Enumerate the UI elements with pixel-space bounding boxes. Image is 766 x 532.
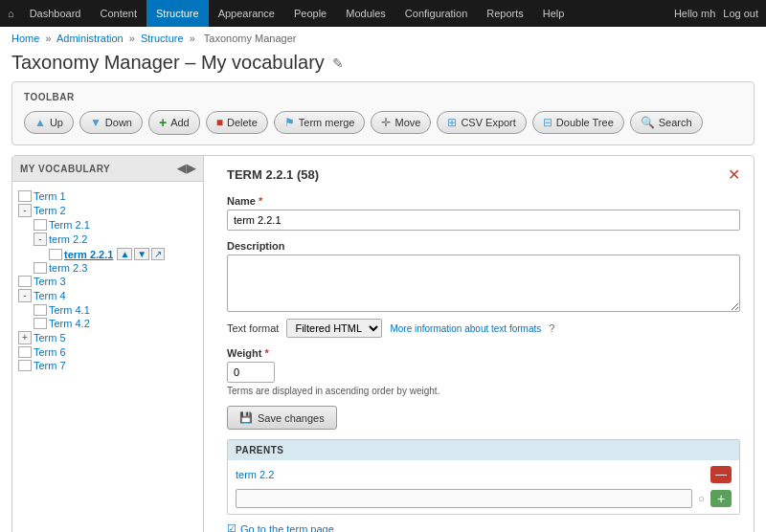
list-item: Term 4.2	[16, 317, 199, 330]
add-label: Add	[170, 117, 190, 128]
right-panel-header: TERM 2.2.1 (58) ✕	[227, 166, 740, 184]
save-icon: 💾	[239, 411, 253, 424]
nav-item-dashboard[interactable]: Dashboard	[20, 0, 91, 27]
term-title: TERM 2.2.1 (58)	[227, 167, 319, 182]
tree-leaf-icon	[18, 190, 32, 202]
term-merge-button[interactable]: ⚑ Term merge	[274, 111, 366, 134]
move-icon: ✛	[381, 116, 391, 129]
down-button[interactable]: ▼ Down	[79, 111, 143, 134]
add-parent-icon: +	[717, 491, 725, 506]
page-title: Taxonomy Manager – My vocabulary	[11, 52, 325, 74]
breadcrumb-administration[interactable]: Administration	[56, 33, 124, 44]
move-out-action[interactable]: ↗	[151, 248, 165, 260]
remove-parent-button[interactable]: —	[710, 466, 732, 483]
left-panel: MY VOCABULARY ◀▶ Term 1 - Term 2	[12, 156, 204, 532]
weight-input[interactable]	[227, 362, 275, 383]
search-icon: 🔍	[641, 116, 655, 129]
name-label: Name *	[227, 195, 740, 207]
toolbar-label: TOOLBAR	[24, 92, 742, 102]
tree-leaf-icon	[34, 262, 47, 274]
edit-vocabulary-icon[interactable]: ✎	[332, 55, 344, 71]
list-item: - Term 2	[16, 203, 199, 218]
weight-description: Terms are displayed in ascending order b…	[227, 386, 740, 396]
collapse-button[interactable]: ◀▶	[177, 162, 195, 175]
list-item: Term 1	[16, 189, 199, 203]
expand-icon[interactable]: -	[34, 233, 47, 246]
list-item: Term 6	[16, 345, 199, 359]
term4-1-link[interactable]: Term 4.1	[49, 304, 90, 316]
text-format-select[interactable]: Filtered HTML Full HTML Plain text	[286, 319, 382, 338]
toolbar-section: TOOLBAR ▲ Up ▼ Down + Add ■ Delete ⚑ Ter…	[11, 81, 755, 145]
list-item: Term 7	[16, 359, 199, 372]
csv-icon: ⊞	[447, 116, 457, 129]
vocabulary-label: MY VOCABULARY	[20, 164, 110, 174]
nav-item-reports[interactable]: Reports	[477, 0, 533, 27]
term1-link[interactable]: Term 1	[34, 190, 66, 202]
add-parent-button[interactable]: +	[710, 490, 732, 507]
name-field-group: Name *	[227, 195, 740, 231]
expand-icon[interactable]: -	[18, 289, 32, 302]
down-label: Down	[105, 117, 132, 128]
merge-icon: ⚑	[284, 116, 295, 129]
list-item: term 2.3	[16, 261, 199, 275]
breadcrumb: Home » Administration » Structure » Taxo…	[0, 27, 766, 50]
term4-link[interactable]: Term 4	[34, 290, 66, 301]
parent-term-link[interactable]: term 2.2	[236, 469, 274, 480]
breadcrumb-structure[interactable]: Structure	[141, 33, 184, 44]
up-button[interactable]: ▲ Up	[24, 111, 74, 134]
search-label: Search	[659, 117, 692, 128]
text-format-label: Text format	[227, 322, 279, 334]
parents-header: PARENTS	[228, 440, 739, 460]
term4-2-link[interactable]: Term 4.2	[49, 318, 90, 329]
term6-link[interactable]: Term 6	[34, 346, 66, 358]
format-info-link[interactable]: More information about text formats	[390, 323, 541, 334]
nav-item-content[interactable]: Content	[90, 0, 146, 27]
term2-1-link[interactable]: Term 2.1	[49, 219, 90, 231]
help-icon[interactable]: ?	[549, 322, 554, 334]
nav-item-configuration[interactable]: Configuration	[395, 0, 477, 27]
add-button[interactable]: + Add	[148, 110, 200, 135]
save-changes-button[interactable]: 💾 Save changes	[227, 406, 337, 430]
term-page-link[interactable]: Go to the term page	[240, 523, 334, 533]
breadcrumb-home[interactable]: Home	[11, 33, 39, 44]
nav-item-structure[interactable]: Structure	[146, 0, 209, 27]
term2-link[interactable]: Term 2	[34, 205, 66, 216]
term2-2-link[interactable]: term 2.2	[49, 233, 87, 245]
logout-link[interactable]: Log out	[723, 8, 758, 19]
up-label: Up	[50, 117, 63, 128]
tree-container: Term 1 - Term 2 Term 2.1 - term 2	[12, 182, 203, 380]
expand-icon[interactable]: +	[18, 331, 32, 344]
close-button[interactable]: ✕	[728, 166, 740, 184]
name-required: *	[259, 195, 262, 207]
move-up-action[interactable]: ▲	[117, 248, 132, 260]
move-down-action[interactable]: ▼	[134, 248, 149, 260]
parents-section: PARENTS term 2.2 — ○ +	[227, 439, 740, 515]
nav-item-help[interactable]: Help	[533, 0, 574, 27]
nav-item-appearance[interactable]: Appearance	[209, 0, 284, 27]
list-item: Term 4.1	[16, 303, 199, 317]
home-icon[interactable]: ⌂	[8, 8, 14, 19]
remove-icon: —	[715, 468, 727, 481]
nav-item-modules[interactable]: Modules	[336, 0, 395, 27]
term5-link[interactable]: Term 5	[34, 332, 66, 344]
term3-link[interactable]: Term 3	[34, 276, 66, 287]
list-item: Term 3	[16, 275, 199, 288]
expand-icon[interactable]: -	[18, 204, 32, 217]
parent-search-input[interactable]	[236, 489, 692, 508]
search-button[interactable]: 🔍 Search	[630, 111, 703, 134]
move-button[interactable]: ✛ Move	[371, 111, 431, 134]
csv-export-button[interactable]: ⊞ CSV Export	[437, 111, 526, 134]
breadcrumb-current: Taxonomy Manager	[204, 33, 297, 44]
term2-3-link[interactable]: term 2.3	[49, 262, 87, 274]
page-title-area: Taxonomy Manager – My vocabulary ✎	[0, 50, 766, 81]
term2-2-1-link[interactable]: term 2.2.1	[64, 249, 113, 260]
description-textarea[interactable]	[227, 255, 740, 312]
double-tree-button[interactable]: ⊟ Double Tree	[532, 111, 624, 134]
delete-button[interactable]: ■ Delete	[206, 111, 268, 134]
user-nav: Hello mh Log out	[674, 8, 758, 19]
delete-icon: ■	[216, 116, 223, 129]
name-input[interactable]	[227, 210, 740, 231]
nav-item-people[interactable]: People	[284, 0, 336, 27]
term7-link[interactable]: Term 7	[34, 360, 66, 371]
nav-items: Dashboard Content Structure Appearance P…	[20, 0, 674, 27]
